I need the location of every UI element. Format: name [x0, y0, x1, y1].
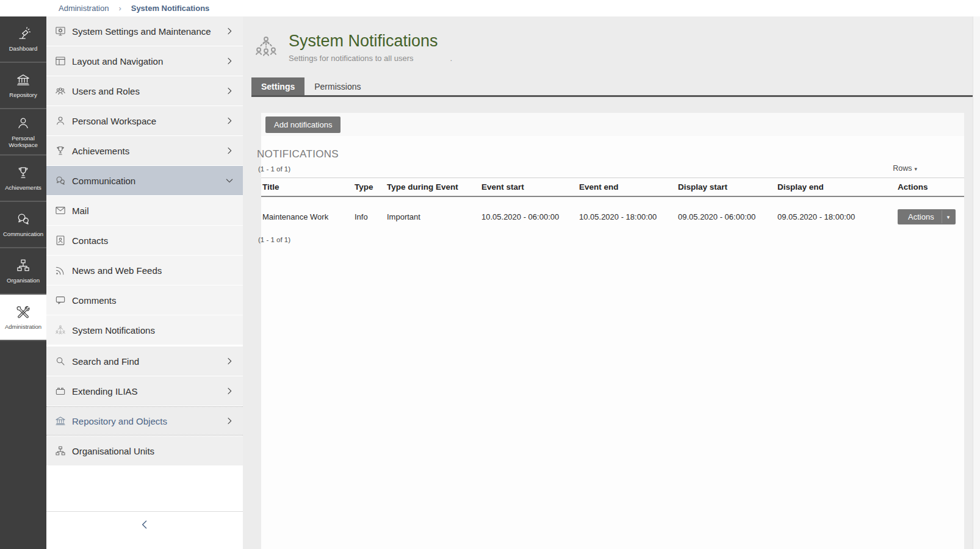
chevron-right-icon	[225, 146, 234, 156]
sidebar-item-mail[interactable]: Mail	[46, 196, 243, 225]
column-header-display-end: Display end	[773, 178, 893, 197]
breadcrumb-item-administration[interactable]: Administration	[59, 4, 109, 13]
table-range-row: (1 - 1 of 1) Rows▾	[258, 164, 964, 173]
subtitle-trailing-dot: .	[450, 54, 453, 63]
sidebar-item-layout-and-navigation[interactable]: Layout and Navigation	[46, 46, 243, 76]
sidebar-item-search-and-find[interactable]: Search and Find	[46, 346, 243, 376]
result-range-bottom: (1 - 1 of 1)	[258, 236, 964, 243]
sidebar-item-label: Layout and Navigation	[72, 56, 219, 66]
sidebar-item-label: Search and Find	[72, 356, 219, 367]
rail-item-personal-workspace[interactable]: Personal Workspace	[0, 109, 46, 156]
column-header-actions: Actions	[893, 178, 964, 197]
rows-dropdown-label: Rows	[893, 164, 912, 173]
sidebar-item-system-settings-and-maintenance[interactable]: System Settings and Maintenance	[46, 16, 243, 46]
mail-icon	[54, 204, 67, 217]
table-cell: 09.05.2020 - 18:00:00	[773, 196, 893, 233]
page-header: System Notifications Settings for notifi…	[253, 32, 452, 63]
column-header-title: Title	[261, 178, 350, 197]
dashboard-icon	[15, 26, 31, 41]
repository-icon	[15, 72, 31, 88]
sidebar-item-label: Communication	[72, 176, 219, 186]
table-cell: Info	[350, 196, 382, 233]
rail-item-communication[interactable]: Communication	[0, 202, 46, 248]
layout-icon	[54, 55, 67, 67]
sidebar-item-repository-and-objects[interactable]: Repository and Objects	[46, 406, 243, 436]
sidebar-item-list: System Settings and MaintenanceLayout an…	[46, 16, 243, 465]
chevron-right-icon	[225, 356, 234, 366]
column-header-event-end: Event end	[574, 178, 673, 197]
administration-icon	[15, 304, 31, 320]
main-content: System Notifications Settings for notifi…	[243, 16, 980, 549]
table-title: NOTIFICATIONS	[257, 148, 964, 160]
main-rail: DashboardRepositoryPersonal WorkspaceAch…	[0, 16, 46, 549]
column-header-display-start: Display start	[673, 178, 773, 197]
row-actions-label: Actions	[898, 209, 942, 224]
table-header-row: TitleTypeType during EventEvent startEve…	[261, 178, 964, 197]
sidebar-item-extending-ilias[interactable]: Extending ILIAS	[46, 376, 243, 406]
chevron-down-icon: ▾	[942, 210, 956, 223]
sidebar-item-news-and-web-feeds[interactable]: News and Web Feeds	[46, 256, 243, 285]
table-row: Maintenance WorkInfoImportant10.05.2020 …	[261, 196, 964, 233]
content-panel: Add notifications NOTIFICATIONS (1 - 1 o…	[261, 113, 964, 549]
notifications-table: TitleTypeType during EventEvent startEve…	[261, 178, 964, 233]
column-header-type: Type	[350, 178, 382, 197]
sidebar-collapse-button[interactable]	[46, 511, 243, 537]
search-icon	[54, 355, 67, 367]
sidebar-item-contacts[interactable]: Contacts	[46, 226, 243, 255]
sidebar-item-label: Mail	[72, 206, 234, 216]
column-header-event-start: Event start	[477, 178, 574, 197]
org-units-icon	[54, 445, 67, 457]
repository-icon	[54, 415, 67, 427]
rail-item-label: Achievements	[4, 184, 43, 191]
breadcrumb-bar: Administration›System Notifications	[0, 0, 980, 16]
add-notifications-button[interactable]: Add notifications	[265, 117, 340, 133]
sidebar-item-users-and-roles[interactable]: Users and Roles	[46, 76, 243, 106]
contacts-icon	[54, 234, 67, 246]
rail-item-label: Administration	[4, 323, 43, 330]
sidebar-item-personal-workspace[interactable]: Personal Workspace	[46, 106, 243, 135]
sidebar-item-label: Organisational Units	[72, 446, 234, 456]
row-actions-button[interactable]: Actions▾	[898, 209, 956, 224]
table-cell-actions: Actions▾	[893, 196, 964, 233]
sidebar-item-label: Repository and Objects	[72, 416, 219, 426]
comments-icon	[54, 294, 67, 306]
rail-item-label: Personal Workspace	[0, 135, 46, 149]
breadcrumb: Administration›System Notifications	[59, 4, 209, 13]
rail-item-label: Communication	[2, 231, 45, 237]
rail-item-dashboard[interactable]: Dashboard	[0, 16, 46, 63]
extending-icon	[54, 385, 67, 397]
rail-item-organisation[interactable]: Organisation	[0, 248, 46, 295]
rail-item-achievements[interactable]: Achievements	[0, 156, 46, 202]
chevron-right-icon	[225, 116, 234, 126]
sidebar-item-label: System Settings and Maintenance	[72, 26, 219, 37]
sidebar-item-comments[interactable]: Comments	[46, 285, 243, 315]
result-range-top: (1 - 1 of 1)	[258, 165, 290, 173]
breadcrumb-item-system-notifications[interactable]: System Notifications	[131, 4, 210, 13]
sidebar-item-label: Contacts	[72, 235, 234, 246]
table-cell: 10.05.2020 - 06:00:00	[477, 196, 574, 233]
chevron-right-icon	[225, 26, 234, 36]
tab-settings[interactable]: Settings	[251, 77, 304, 96]
tab-permissions[interactable]: Permissions	[304, 77, 370, 96]
rail-item-repository[interactable]: Repository	[0, 63, 46, 109]
rail-item-administration[interactable]: Administration	[0, 295, 46, 341]
system-notifications-object-icon	[253, 34, 279, 63]
rows-dropdown[interactable]: Rows▾	[893, 164, 917, 173]
sidebar-item-communication[interactable]: Communication	[46, 166, 243, 195]
rail-item-label: Dashboard	[8, 45, 38, 52]
communication-icon	[15, 211, 31, 227]
achievements-icon	[15, 165, 31, 181]
sidebar-item-organisational-units[interactable]: Organisational Units	[46, 436, 243, 465]
communication-icon	[54, 174, 67, 187]
table-cell: 09.05.2020 - 06:00:00	[673, 196, 773, 233]
achievements-icon	[54, 145, 67, 157]
chevron-right-icon	[225, 386, 234, 396]
chevron-down-icon	[225, 176, 234, 185]
admin-sidebar: System Settings and MaintenanceLayout an…	[46, 16, 243, 549]
chevron-left-icon	[139, 518, 151, 531]
sidebar-item-system-notifications[interactable]: System Notifications	[46, 315, 243, 345]
sidebar-item-achievements[interactable]: Achievements	[46, 136, 243, 165]
page-title: System Notifications	[289, 32, 452, 51]
breadcrumb-separator-icon: ›	[118, 4, 121, 13]
scrollbar[interactable]	[973, 16, 980, 549]
